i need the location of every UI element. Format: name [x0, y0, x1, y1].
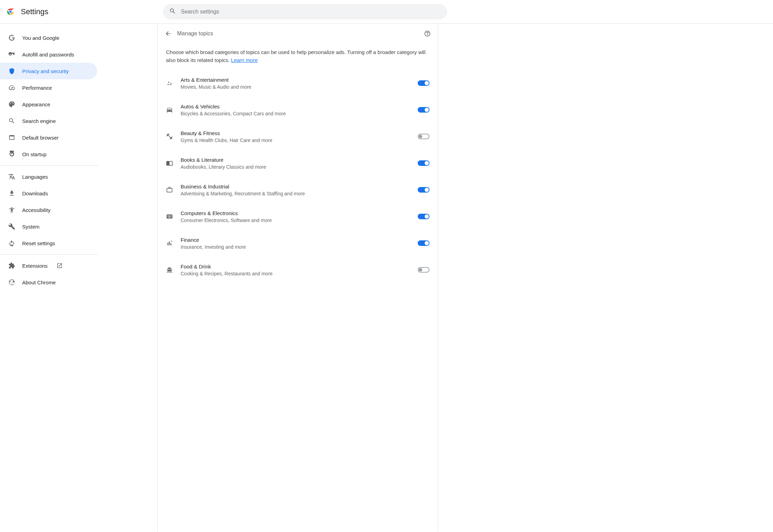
topic-row-autos: Autos & Vehicles Bicycles & Accessories,…	[166, 97, 429, 123]
sidebar-item-autofill[interactable]: Autofill and passwords	[0, 46, 97, 63]
app-header: Settings	[0, 0, 773, 24]
toggle-beauty[interactable]	[418, 134, 429, 139]
chrome-logo-icon	[6, 7, 15, 17]
sidebar-item-default-browser[interactable]: Default browser	[0, 129, 97, 146]
back-button[interactable]	[165, 30, 172, 37]
sidebar-item-system[interactable]: System	[0, 218, 97, 235]
sidebar-item-label: Appearance	[22, 101, 50, 107]
toggle-finance[interactable]	[418, 240, 429, 246]
toggle-books[interactable]	[418, 160, 429, 166]
topic-text: Computers & Electronics Consumer Electro…	[181, 210, 410, 223]
browser-window-icon	[8, 134, 15, 141]
topic-title: Beauty & Fitness	[181, 130, 410, 136]
google-g-icon	[8, 34, 15, 41]
toggle-autos[interactable]	[418, 107, 429, 113]
sidebar-item-label: System	[22, 224, 40, 230]
sidebar-item-you-and-google[interactable]: You and Google	[0, 29, 97, 46]
topic-text: Business & Industrial Advertising & Mark…	[181, 184, 410, 196]
sidebar: You and Google Autofill and passwords Pr…	[0, 24, 98, 532]
sidebar-item-label: Default browser	[22, 135, 59, 141]
sidebar-item-extensions[interactable]: Extensions	[0, 257, 97, 274]
sidebar-item-label: You and Google	[22, 35, 59, 41]
description-prefix: Choose which broad categories of topics …	[166, 49, 426, 63]
accessibility-icon	[8, 206, 15, 213]
topic-subtitle: Insurance, Investing and more	[181, 244, 410, 250]
shield-icon	[8, 68, 15, 74]
sidebar-item-on-startup[interactable]: On startup	[0, 146, 97, 162]
topic-row-food: Food & Drink Cooking & Recipes, Restaura…	[166, 257, 429, 283]
topic-subtitle: Audiobooks, Literary Classics and more	[181, 164, 410, 170]
food-icon	[166, 266, 173, 273]
topic-row-beauty: Beauty & Fitness Gyms & Health Clubs, Ha…	[166, 123, 429, 150]
search-icon	[169, 8, 176, 16]
sidebar-item-privacy-security[interactable]: Privacy and security	[0, 63, 97, 79]
help-icon	[424, 30, 431, 37]
topic-text: Arts & Entertainment Movies, Music & Aud…	[181, 77, 410, 90]
page-title: Manage topics	[177, 30, 418, 37]
topic-subtitle: Movies, Music & Audio and more	[181, 84, 410, 90]
content-header: Manage topics	[158, 24, 438, 41]
description-text: Choose which broad categories of topics …	[158, 41, 438, 67]
topic-text: Finance Insurance, Investing and more	[181, 237, 410, 250]
open-external-icon	[57, 263, 63, 269]
help-button[interactable]	[424, 30, 431, 37]
sidebar-item-label: About Chrome	[22, 280, 56, 285]
sidebar-item-search-engine[interactable]: Search engine	[0, 113, 97, 129]
sidebar-item-label: Search engine	[22, 118, 56, 124]
topic-subtitle: Gyms & Health Clubs, Hair Care and more	[181, 138, 410, 143]
content-panel: Manage topics Choose which broad categor…	[157, 24, 438, 532]
sidebar-item-downloads[interactable]: Downloads	[0, 185, 97, 202]
main: Manage topics Choose which broad categor…	[98, 24, 773, 532]
topic-title: Arts & Entertainment	[181, 77, 410, 83]
learn-more-link[interactable]: Learn more	[231, 57, 258, 63]
topic-text: Food & Drink Cooking & Recipes, Restaura…	[181, 264, 410, 276]
layout: You and Google Autofill and passwords Pr…	[0, 24, 773, 532]
sidebar-item-about-chrome[interactable]: About Chrome	[0, 274, 97, 291]
topic-title: Business & Industrial	[181, 184, 410, 189]
sidebar-divider	[0, 254, 98, 255]
fitness-icon	[166, 133, 173, 140]
book-icon	[166, 160, 173, 167]
toggle-business[interactable]	[418, 187, 429, 193]
translate-icon	[8, 173, 15, 180]
sidebar-item-label: Downloads	[22, 190, 48, 196]
power-icon	[8, 151, 15, 158]
sidebar-item-languages[interactable]: Languages	[0, 168, 97, 185]
toggle-arts[interactable]	[418, 80, 429, 86]
sidebar-item-performance[interactable]: Performance	[0, 79, 97, 96]
topic-title: Computers & Electronics	[181, 210, 410, 216]
topic-title: Finance	[181, 237, 410, 243]
sidebar-item-label: Languages	[22, 174, 48, 180]
toggle-computers[interactable]	[418, 214, 429, 219]
wrench-icon	[8, 223, 15, 230]
extension-icon	[8, 262, 15, 269]
sidebar-item-label: Performance	[22, 85, 52, 91]
topic-subtitle: Bicycles & Accessories, Compact Cars and…	[181, 111, 410, 116]
sidebar-item-label: On startup	[22, 151, 46, 157]
sidebar-item-reset-settings[interactable]: Reset settings	[0, 235, 97, 251]
sidebar-item-appearance[interactable]: Appearance	[0, 96, 97, 113]
arts-entertainment-icon	[166, 80, 173, 87]
search-bar[interactable]	[163, 4, 447, 19]
sidebar-item-label: Reset settings	[22, 240, 55, 246]
topic-row-finance: Finance Insurance, Investing and more	[166, 230, 429, 257]
topic-title: Books & Literature	[181, 157, 410, 163]
sidebar-item-label: Privacy and security	[22, 68, 69, 74]
topic-row-books: Books & Literature Audiobooks, Literary …	[166, 150, 429, 177]
search-input[interactable]	[181, 9, 441, 15]
speedometer-icon	[8, 84, 15, 91]
header-left: Settings	[6, 7, 155, 17]
sidebar-item-label: Autofill and passwords	[22, 52, 74, 57]
sidebar-item-label: Accessibility	[22, 207, 51, 213]
app-title: Settings	[21, 7, 49, 16]
topic-subtitle: Advertising & Marketing, Recruitment & S…	[181, 191, 410, 196]
sidebar-item-label: Extensions	[22, 263, 47, 269]
search-icon	[8, 117, 15, 124]
topic-row-arts: Arts & Entertainment Movies, Music & Aud…	[166, 70, 429, 97]
svg-point-2	[9, 10, 12, 13]
topic-subtitle: Consumer Electronics, Software and more	[181, 218, 410, 223]
topic-text: Beauty & Fitness Gyms & Health Clubs, Ha…	[181, 130, 410, 143]
sidebar-divider	[0, 165, 98, 166]
sidebar-item-accessibility[interactable]: Accessibility	[0, 202, 97, 218]
toggle-food[interactable]	[418, 267, 429, 273]
